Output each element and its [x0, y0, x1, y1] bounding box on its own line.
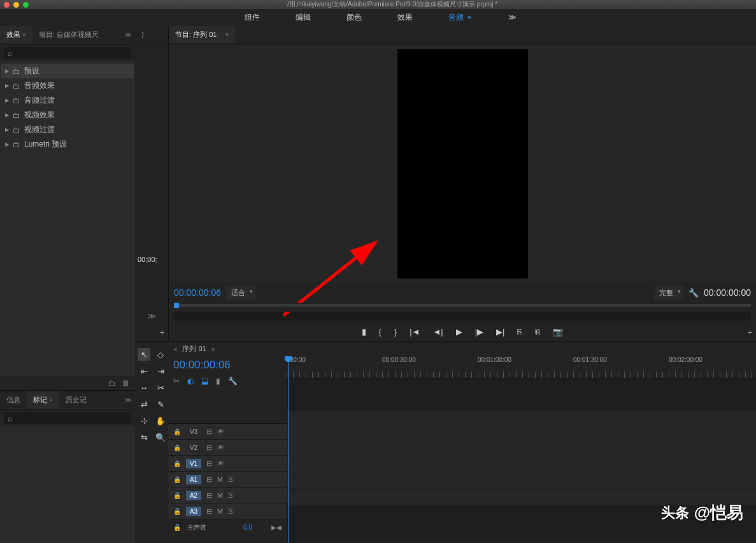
linked-selection-icon[interactable]: ◐: [187, 377, 194, 386]
resolution-dropdown[interactable]: 完整: [654, 286, 683, 300]
sequence-tab[interactable]: 序列 01: [182, 344, 206, 354]
lock-icon[interactable]: 🔒: [173, 428, 181, 435]
rolling-edit-tool[interactable]: ⇥: [154, 365, 167, 377]
program-viewport[interactable]: [169, 45, 756, 282]
new-bin-icon[interactable]: 🗀: [108, 379, 116, 387]
tree-item-lumetri-presets[interactable]: ▶🗀Lumetri 预设: [1, 137, 134, 152]
snap-toggle-icon[interactable]: ✂: [173, 377, 180, 386]
close-sequence-icon[interactable]: ×: [173, 345, 177, 353]
panel-menu-icon[interactable]: ≡: [226, 32, 229, 38]
timeline-marker-icon[interactable]: ▮: [216, 377, 220, 386]
sync-lock-icon[interactable]: ⊟: [206, 428, 212, 436]
source-add-button-icon[interactable]: +: [135, 324, 168, 341]
sync-lock-icon[interactable]: ⊟: [206, 460, 212, 468]
solo-toggle[interactable]: S: [228, 491, 232, 499]
panel-overflow-icon[interactable]: ≫: [121, 396, 135, 403]
delete-icon[interactable]: 🗑: [122, 379, 130, 387]
slip-tool[interactable]: ⇄: [138, 398, 150, 410]
tab-info[interactable]: 信息: [0, 391, 27, 409]
pen-tool[interactable]: ⊹: [138, 414, 150, 427]
panel-overflow-icon[interactable]: ≫: [121, 31, 135, 38]
lock-icon[interactable]: 🔒: [173, 444, 181, 451]
lock-icon[interactable]: 🔒: [173, 492, 181, 499]
lift-button[interactable]: ⎘: [517, 327, 522, 337]
play-button[interactable]: ▶: [456, 327, 462, 337]
workspace-overflow-icon[interactable]: ≫: [508, 13, 517, 22]
mute-toggle[interactable]: M: [217, 475, 223, 483]
add-marker-button[interactable]: ▮: [362, 327, 366, 337]
track-a1-toggle[interactable]: A1: [186, 475, 201, 484]
lock-icon[interactable]: 🔒: [173, 476, 181, 483]
track-v2-toggle[interactable]: V2: [186, 443, 201, 452]
mute-toggle[interactable]: M: [217, 507, 223, 515]
program-scrubber[interactable]: [169, 303, 756, 312]
hand-tool[interactable]: ✋: [154, 414, 167, 427]
solo-toggle[interactable]: S: [228, 475, 232, 483]
tree-item-presets[interactable]: ▶🗀预设: [1, 64, 134, 78]
tree-item-video-transitions[interactable]: ▶🗀视频过渡: [1, 122, 134, 137]
collapse-icon[interactable]: ▶◀: [271, 524, 282, 531]
track-v3-toggle[interactable]: V3: [186, 427, 201, 437]
timeline-ruler[interactable]: :00:00 00:00:30:00 00:01:00:00 00:01:30:…: [287, 356, 756, 379]
panel-menu-icon[interactable]: ≡: [50, 397, 53, 403]
add-marker-icon[interactable]: ⬓: [201, 377, 208, 386]
master-level[interactable]: 0.0: [243, 524, 252, 531]
eye-icon[interactable]: 👁: [217, 444, 224, 451]
close-window-button[interactable]: [4, 2, 10, 8]
source-overflow-icon[interactable]: ≫: [135, 308, 168, 324]
timeline-settings-icon[interactable]: 🔧: [228, 377, 238, 386]
slide-tool[interactable]: ✎: [154, 398, 167, 410]
tree-item-audio-transitions[interactable]: ▶🗀音频过渡: [1, 93, 134, 108]
mark-out-button[interactable]: }: [394, 327, 397, 337]
eye-icon[interactable]: 👁: [217, 460, 224, 467]
sync-lock-icon[interactable]: ⊟: [206, 475, 212, 484]
razor-tool[interactable]: ✂: [154, 381, 167, 394]
tab-program[interactable]: 节目: 序列 01 ≡: [169, 26, 235, 43]
workspace-audio[interactable]: 音频 ≡: [443, 10, 476, 25]
workspace-effects[interactable]: 效果: [392, 10, 418, 25]
rate-stretch-tool[interactable]: ↔: [138, 381, 150, 394]
track-v1-toggle[interactable]: V1: [186, 459, 201, 468]
effects-search-input[interactable]: [4, 47, 131, 59]
export-frame-button[interactable]: 📷: [553, 327, 563, 337]
eye-icon[interactable]: 👁: [217, 428, 224, 435]
maximize-window-button[interactable]: [23, 2, 29, 8]
selection-tool[interactable]: ↖: [138, 348, 150, 361]
track-a2-toggle[interactable]: A2: [186, 491, 201, 500]
source-tab-handle[interactable]: ⟩: [135, 27, 150, 43]
zoom-fit-dropdown[interactable]: 适合: [226, 286, 255, 300]
tree-item-video-effects[interactable]: ▶🗀视频效果: [1, 108, 134, 122]
panel-menu-icon[interactable]: ≡: [23, 32, 26, 38]
extract-button[interactable]: ⎗: [535, 327, 540, 337]
sync-lock-icon[interactable]: ⊟: [206, 444, 212, 452]
lock-icon[interactable]: 🔒: [173, 508, 181, 515]
track-select-tool[interactable]: ◇: [154, 348, 167, 361]
panel-menu-icon[interactable]: ≡: [211, 346, 215, 352]
button-editor-icon[interactable]: +: [748, 328, 752, 337]
tab-project[interactable]: 项目: 自媒体视频尺: [32, 26, 105, 43]
sync-lock-icon[interactable]: ⊟: [206, 507, 212, 516]
step-forward-button[interactable]: |▶: [475, 327, 483, 337]
tree-item-audio-effects[interactable]: ▶🗀音频效果: [1, 78, 134, 93]
sync-lock-icon[interactable]: ⊟: [206, 491, 212, 500]
mute-toggle[interactable]: M: [217, 491, 223, 499]
zoom-tool[interactable]: 🔍: [154, 431, 167, 444]
lock-icon[interactable]: 🔒: [173, 460, 181, 467]
timeline-playhead[interactable]: [288, 356, 289, 543]
solo-toggle[interactable]: S: [228, 507, 232, 515]
track-a3-toggle[interactable]: A3: [186, 507, 201, 516]
settings-wrench-icon[interactable]: 🔧: [688, 288, 699, 298]
ripple-edit-tool[interactable]: ⇤: [138, 365, 150, 377]
step-back-button[interactable]: ◄|: [432, 327, 443, 337]
tab-effects[interactable]: 效果 ≡: [0, 26, 32, 43]
playhead-icon[interactable]: [174, 303, 179, 308]
go-to-in-button[interactable]: |◄: [410, 327, 420, 337]
lock-icon[interactable]: 🔒: [173, 524, 181, 531]
markers-search-input[interactable]: [4, 412, 131, 424]
workspace-editing[interactable]: 编辑: [290, 10, 316, 25]
minimize-window-button[interactable]: [13, 2, 19, 8]
timeline-timecode[interactable]: 00:00:00:06: [173, 359, 231, 371]
program-timecode-left[interactable]: 00:00:00:06: [174, 287, 221, 298]
mark-in-button[interactable]: {: [379, 327, 382, 337]
tab-markers[interactable]: 标记 ≡: [27, 391, 59, 409]
